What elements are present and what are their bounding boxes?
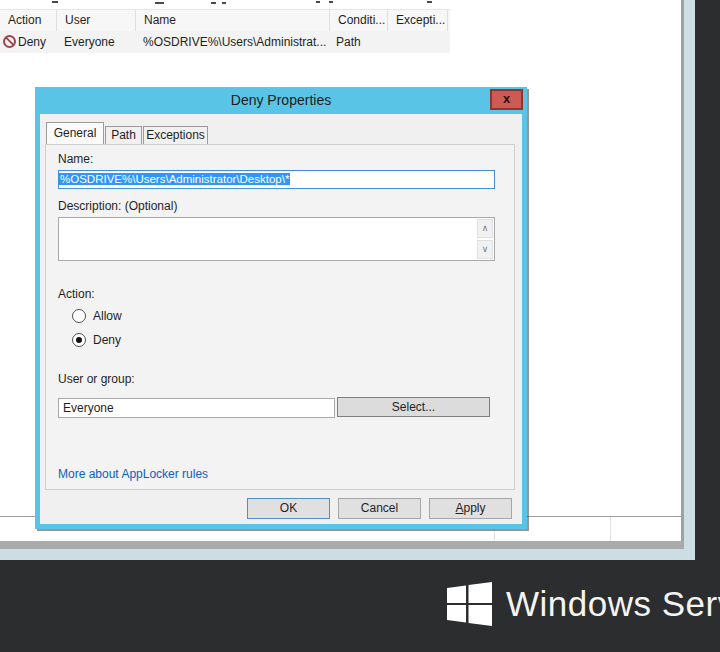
clipped-row-artifact [52, 1, 58, 3]
description-input[interactable]: ∧ ∨ [58, 217, 495, 261]
panel-column-line [610, 517, 611, 541]
clipped-row-artifact [155, 2, 164, 4]
user-or-group-label: User or group: [58, 372, 135, 386]
description-label: Description: (Optional) [58, 199, 177, 213]
rule-name-cell: %OSDRIVE%\Users\Administrat... [143, 31, 329, 53]
clipped-row-artifact [427, 1, 432, 3]
column-header-action[interactable]: Action [0, 10, 57, 31]
column-header-exceptions[interactable]: Excepti... [388, 10, 448, 31]
clipped-row-artifact [316, 1, 320, 3]
close-button[interactable]: x [490, 89, 523, 110]
rule-user-cell: Everyone [64, 31, 134, 53]
dialog-title: Deny Properties [35, 87, 527, 113]
user-or-group-input[interactable]: Everyone [58, 398, 335, 418]
dialog-body: General Path Exceptions Name: %OSDRIVE%\… [40, 114, 522, 524]
general-tab-page: Name: %OSDRIVE%\Users\Administrator\Desk… [45, 144, 515, 490]
clipped-row-artifact [222, 2, 226, 4]
radio-allow-label: Allow [93, 309, 122, 323]
chevron-up-icon: ∧ [482, 223, 489, 233]
rule-condition-cell: Path [336, 31, 386, 53]
applocker-help-link[interactable]: More about AppLocker rules [58, 467, 208, 481]
clipped-row-artifact [211, 2, 216, 4]
action-label: Action: [58, 287, 95, 301]
rule-list-row-deny[interactable]: Deny Everyone %OSDRIVE%\Users\Administra… [0, 31, 450, 53]
clipped-row-artifact [329, 1, 333, 3]
select-button[interactable]: Select... [337, 397, 490, 417]
window-shadow-bottom [0, 541, 684, 549]
name-input-selected-text: %OSDRIVE%\Users\Administrator\Desktop\* [59, 173, 290, 185]
radio-allow-circle[interactable] [72, 309, 86, 323]
column-header-name[interactable]: Name [136, 10, 330, 31]
radio-allow[interactable]: Allow [72, 309, 122, 323]
rule-action-cell: Deny [18, 31, 56, 53]
dialog-title-bar[interactable]: Deny Properties x [35, 87, 527, 114]
window-chrome-right [684, 0, 695, 560]
close-icon: x [503, 91, 510, 106]
windows-server-branding: Windows Server [447, 582, 720, 626]
column-header-user[interactable]: User [57, 10, 136, 31]
apply-button[interactable]: Apply [429, 498, 512, 519]
tab-exceptions[interactable]: Exceptions [143, 126, 208, 144]
radio-deny[interactable]: Deny [72, 333, 121, 347]
name-label: Name: [58, 152, 93, 166]
ok-button[interactable]: OK [247, 498, 330, 519]
window-chrome-bottom [0, 549, 695, 560]
radio-deny-label: Deny [93, 333, 121, 347]
windows-server-wordmark: Windows Server [506, 584, 720, 624]
scroll-down-button[interactable]: ∨ [477, 240, 493, 259]
scroll-up-button[interactable]: ∧ [477, 219, 493, 238]
name-input[interactable]: %OSDRIVE%\Users\Administrator\Desktop\* [58, 170, 495, 189]
radio-deny-circle[interactable] [72, 333, 86, 347]
deny-icon [3, 35, 16, 48]
rule-list-header: Action User Name Conditi... Excepti... [0, 9, 450, 32]
deny-properties-dialog: Deny Properties x General Path Exception… [35, 87, 527, 529]
windows-logo-icon [447, 582, 492, 626]
tab-path[interactable]: Path [105, 126, 142, 144]
chevron-down-icon: ∨ [482, 244, 489, 254]
apply-button-label: Apply [430, 499, 511, 518]
column-header-conditions[interactable]: Conditi... [330, 10, 388, 31]
tab-general[interactable]: General [46, 122, 104, 144]
cancel-button[interactable]: Cancel [338, 498, 421, 519]
